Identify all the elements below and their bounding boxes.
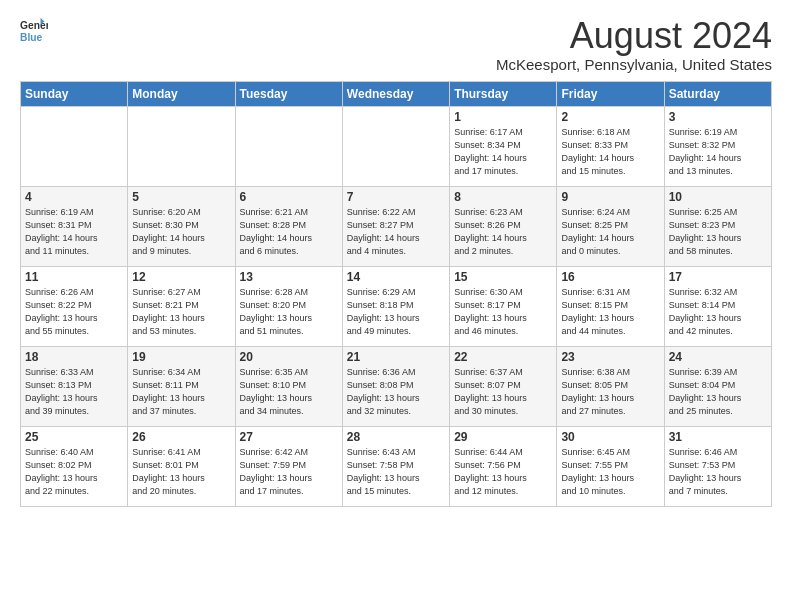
calendar-cell: 12Sunrise: 6:27 AMSunset: 8:21 PMDayligh… xyxy=(128,266,235,346)
header-tuesday: Tuesday xyxy=(235,81,342,106)
day-info: Sunrise: 6:21 AMSunset: 8:28 PMDaylight:… xyxy=(240,206,338,258)
calendar-cell: 19Sunrise: 6:34 AMSunset: 8:11 PMDayligh… xyxy=(128,346,235,426)
day-number: 19 xyxy=(132,350,230,364)
week-row-3: 11Sunrise: 6:26 AMSunset: 8:22 PMDayligh… xyxy=(21,266,772,346)
day-info: Sunrise: 6:34 AMSunset: 8:11 PMDaylight:… xyxy=(132,366,230,418)
calendar-cell: 30Sunrise: 6:45 AMSunset: 7:55 PMDayligh… xyxy=(557,426,664,506)
calendar-subtitle: McKeesport, Pennsylvania, United States xyxy=(496,56,772,73)
calendar-cell xyxy=(342,106,449,186)
day-info: Sunrise: 6:32 AMSunset: 8:14 PMDaylight:… xyxy=(669,286,767,338)
day-info: Sunrise: 6:44 AMSunset: 7:56 PMDaylight:… xyxy=(454,446,552,498)
week-row-1: 1Sunrise: 6:17 AMSunset: 8:34 PMDaylight… xyxy=(21,106,772,186)
day-info: Sunrise: 6:20 AMSunset: 8:30 PMDaylight:… xyxy=(132,206,230,258)
day-number: 7 xyxy=(347,190,445,204)
day-info: Sunrise: 6:29 AMSunset: 8:18 PMDaylight:… xyxy=(347,286,445,338)
calendar-cell: 1Sunrise: 6:17 AMSunset: 8:34 PMDaylight… xyxy=(450,106,557,186)
day-info: Sunrise: 6:17 AMSunset: 8:34 PMDaylight:… xyxy=(454,126,552,178)
week-row-4: 18Sunrise: 6:33 AMSunset: 8:13 PMDayligh… xyxy=(21,346,772,426)
day-info: Sunrise: 6:39 AMSunset: 8:04 PMDaylight:… xyxy=(669,366,767,418)
calendar-cell: 26Sunrise: 6:41 AMSunset: 8:01 PMDayligh… xyxy=(128,426,235,506)
day-number: 11 xyxy=(25,270,123,284)
day-number: 2 xyxy=(561,110,659,124)
calendar-table: SundayMondayTuesdayWednesdayThursdayFrid… xyxy=(20,81,772,507)
day-number: 31 xyxy=(669,430,767,444)
day-number: 1 xyxy=(454,110,552,124)
calendar-cell: 22Sunrise: 6:37 AMSunset: 8:07 PMDayligh… xyxy=(450,346,557,426)
calendar-cell: 28Sunrise: 6:43 AMSunset: 7:58 PMDayligh… xyxy=(342,426,449,506)
day-number: 6 xyxy=(240,190,338,204)
day-number: 8 xyxy=(454,190,552,204)
day-info: Sunrise: 6:30 AMSunset: 8:17 PMDaylight:… xyxy=(454,286,552,338)
day-number: 26 xyxy=(132,430,230,444)
calendar-cell xyxy=(21,106,128,186)
calendar-cell: 6Sunrise: 6:21 AMSunset: 8:28 PMDaylight… xyxy=(235,186,342,266)
logo: General Blue xyxy=(20,16,48,44)
calendar-cell: 3Sunrise: 6:19 AMSunset: 8:32 PMDaylight… xyxy=(664,106,771,186)
day-info: Sunrise: 6:40 AMSunset: 8:02 PMDaylight:… xyxy=(25,446,123,498)
day-info: Sunrise: 6:27 AMSunset: 8:21 PMDaylight:… xyxy=(132,286,230,338)
day-number: 21 xyxy=(347,350,445,364)
calendar-cell xyxy=(128,106,235,186)
day-info: Sunrise: 6:33 AMSunset: 8:13 PMDaylight:… xyxy=(25,366,123,418)
day-number: 3 xyxy=(669,110,767,124)
calendar-cell: 29Sunrise: 6:44 AMSunset: 7:56 PMDayligh… xyxy=(450,426,557,506)
calendar-title: August 2024 xyxy=(496,16,772,56)
header-thursday: Thursday xyxy=(450,81,557,106)
day-info: Sunrise: 6:42 AMSunset: 7:59 PMDaylight:… xyxy=(240,446,338,498)
day-number: 13 xyxy=(240,270,338,284)
day-number: 23 xyxy=(561,350,659,364)
day-number: 10 xyxy=(669,190,767,204)
svg-text:Blue: Blue xyxy=(20,32,43,43)
header-friday: Friday xyxy=(557,81,664,106)
header-wednesday: Wednesday xyxy=(342,81,449,106)
header-monday: Monday xyxy=(128,81,235,106)
calendar-cell: 25Sunrise: 6:40 AMSunset: 8:02 PMDayligh… xyxy=(21,426,128,506)
week-row-2: 4Sunrise: 6:19 AMSunset: 8:31 PMDaylight… xyxy=(21,186,772,266)
title-block: August 2024 McKeesport, Pennsylvania, Un… xyxy=(496,16,772,73)
day-info: Sunrise: 6:18 AMSunset: 8:33 PMDaylight:… xyxy=(561,126,659,178)
calendar-cell: 13Sunrise: 6:28 AMSunset: 8:20 PMDayligh… xyxy=(235,266,342,346)
calendar-cell: 17Sunrise: 6:32 AMSunset: 8:14 PMDayligh… xyxy=(664,266,771,346)
calendar-cell: 24Sunrise: 6:39 AMSunset: 8:04 PMDayligh… xyxy=(664,346,771,426)
calendar-cell: 16Sunrise: 6:31 AMSunset: 8:15 PMDayligh… xyxy=(557,266,664,346)
header-sunday: Sunday xyxy=(21,81,128,106)
calendar-cell: 31Sunrise: 6:46 AMSunset: 7:53 PMDayligh… xyxy=(664,426,771,506)
calendar-cell: 4Sunrise: 6:19 AMSunset: 8:31 PMDaylight… xyxy=(21,186,128,266)
calendar-cell: 5Sunrise: 6:20 AMSunset: 8:30 PMDaylight… xyxy=(128,186,235,266)
day-number: 5 xyxy=(132,190,230,204)
day-info: Sunrise: 6:43 AMSunset: 7:58 PMDaylight:… xyxy=(347,446,445,498)
day-info: Sunrise: 6:36 AMSunset: 8:08 PMDaylight:… xyxy=(347,366,445,418)
day-number: 16 xyxy=(561,270,659,284)
header-saturday: Saturday xyxy=(664,81,771,106)
day-info: Sunrise: 6:19 AMSunset: 8:32 PMDaylight:… xyxy=(669,126,767,178)
day-info: Sunrise: 6:22 AMSunset: 8:27 PMDaylight:… xyxy=(347,206,445,258)
calendar-cell: 14Sunrise: 6:29 AMSunset: 8:18 PMDayligh… xyxy=(342,266,449,346)
calendar-cell: 11Sunrise: 6:26 AMSunset: 8:22 PMDayligh… xyxy=(21,266,128,346)
calendar-cell: 2Sunrise: 6:18 AMSunset: 8:33 PMDaylight… xyxy=(557,106,664,186)
day-number: 17 xyxy=(669,270,767,284)
calendar-cell: 20Sunrise: 6:35 AMSunset: 8:10 PMDayligh… xyxy=(235,346,342,426)
day-info: Sunrise: 6:24 AMSunset: 8:25 PMDaylight:… xyxy=(561,206,659,258)
calendar-cell xyxy=(235,106,342,186)
logo-icon: General Blue xyxy=(20,16,48,44)
day-info: Sunrise: 6:45 AMSunset: 7:55 PMDaylight:… xyxy=(561,446,659,498)
calendar-cell: 15Sunrise: 6:30 AMSunset: 8:17 PMDayligh… xyxy=(450,266,557,346)
page-header: General Blue August 2024 McKeesport, Pen… xyxy=(20,16,772,73)
calendar-cell: 18Sunrise: 6:33 AMSunset: 8:13 PMDayligh… xyxy=(21,346,128,426)
day-info: Sunrise: 6:46 AMSunset: 7:53 PMDaylight:… xyxy=(669,446,767,498)
day-number: 27 xyxy=(240,430,338,444)
day-info: Sunrise: 6:28 AMSunset: 8:20 PMDaylight:… xyxy=(240,286,338,338)
day-number: 30 xyxy=(561,430,659,444)
day-info: Sunrise: 6:23 AMSunset: 8:26 PMDaylight:… xyxy=(454,206,552,258)
calendar-header-row: SundayMondayTuesdayWednesdayThursdayFrid… xyxy=(21,81,772,106)
day-number: 18 xyxy=(25,350,123,364)
day-info: Sunrise: 6:38 AMSunset: 8:05 PMDaylight:… xyxy=(561,366,659,418)
day-number: 29 xyxy=(454,430,552,444)
day-info: Sunrise: 6:31 AMSunset: 8:15 PMDaylight:… xyxy=(561,286,659,338)
calendar-cell: 9Sunrise: 6:24 AMSunset: 8:25 PMDaylight… xyxy=(557,186,664,266)
calendar-cell: 7Sunrise: 6:22 AMSunset: 8:27 PMDaylight… xyxy=(342,186,449,266)
calendar-cell: 10Sunrise: 6:25 AMSunset: 8:23 PMDayligh… xyxy=(664,186,771,266)
day-number: 25 xyxy=(25,430,123,444)
calendar-cell: 27Sunrise: 6:42 AMSunset: 7:59 PMDayligh… xyxy=(235,426,342,506)
day-number: 12 xyxy=(132,270,230,284)
